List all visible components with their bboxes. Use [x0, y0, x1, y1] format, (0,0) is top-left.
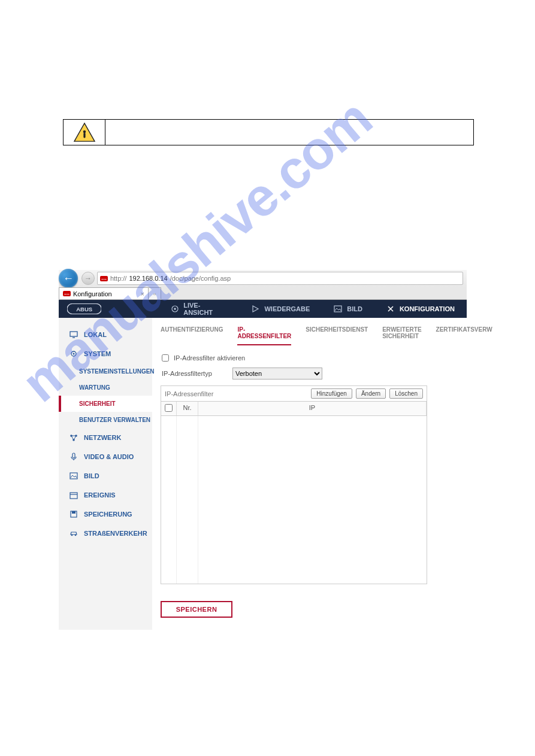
nav-forward-button[interactable]: → — [81, 272, 95, 285]
tab-favicon: –– — [63, 291, 71, 296]
sidebar-item-lokal[interactable]: LOKAL — [59, 325, 152, 344]
site-badge-icon: –– — [100, 276, 108, 281]
warning-icon-cell — [64, 120, 105, 145]
url-bar[interactable]: –– http://192.168.0.14/doc/page/config.a… — [97, 272, 463, 285]
select-filter-type[interactable]: Verboten — [232, 368, 322, 379]
new-tab-button[interactable]: ▫ — [148, 287, 161, 299]
row-enable-filter: IP-Adressfilter aktivieren — [161, 354, 492, 362]
sidebar-sub-wartung[interactable]: WARTUNG — [59, 379, 152, 396]
sidebar-item-bild[interactable]: BILD — [59, 466, 152, 485]
col-nr-header: Nr. — [177, 402, 198, 415]
col-ip-header: IP — [198, 402, 427, 415]
sidebar-sub-systemeinstellungen[interactable]: SYSTEMEINSTELLUNGEN — [59, 363, 152, 379]
col-checkbox-body — [161, 416, 177, 584]
svg-text:ABUS: ABUS — [76, 306, 92, 312]
ip-filter-panel: IP-Adressenfilter Hinzufügen Ändern Lösc… — [161, 385, 427, 584]
subtabs: AUTHENTIFIZIERUNG IP-ADRESSENFILTER SICH… — [161, 326, 492, 346]
gear-icon — [69, 350, 78, 358]
save-icon — [69, 510, 78, 518]
network-icon — [69, 433, 78, 442]
sidebar-item-ereignis[interactable]: EREIGNIS — [59, 485, 152, 505]
nav-bild[interactable]: BILD — [322, 300, 374, 318]
sidebar-item-system[interactable]: SYSTEM — [59, 344, 152, 363]
sidebar-label: EREIGNIS — [84, 491, 116, 499]
sidebar-label: STRAßENVERKEHR — [84, 530, 147, 537]
warning-box — [63, 119, 474, 145]
delete-button[interactable]: Löschen — [389, 388, 423, 399]
monitor-icon — [69, 330, 78, 339]
nav-wiedergabe[interactable]: WIEDERGABE — [239, 300, 322, 318]
nav-label: BILD — [347, 305, 362, 312]
svg-point-1 — [83, 130, 86, 133]
label-enable-filter: IP-Adressfilter aktivieren — [174, 354, 245, 362]
arrow-left-icon: ← — [63, 272, 74, 285]
app-body: LOKAL SYSTEM SYSTEMEINSTELLUNGEN WARTUNG… — [59, 318, 467, 630]
nav-label: WIEDERGABE — [264, 305, 310, 312]
arrow-right-icon: → — [84, 274, 92, 283]
ip-panel-title: IP-Adressenfilter — [165, 390, 307, 397]
mic-icon — [69, 453, 78, 461]
checkbox-enable-filter[interactable] — [162, 354, 169, 362]
calendar-icon — [69, 491, 78, 499]
car-icon — [69, 529, 78, 538]
svg-rect-16 — [72, 453, 75, 458]
content-area: AUTHENTIFIZIERUNG IP-ADRESSENFILTER SICH… — [152, 318, 492, 630]
row-filter-type: IP-Adressfiltertyp Verboten — [161, 368, 492, 379]
edit-button[interactable]: Ändern — [356, 388, 386, 399]
sidebar-label: SYSTEM — [84, 350, 111, 357]
sidebar-sub-benutzer-verwalten[interactable]: BENUTZER VERWALTEN — [59, 412, 152, 428]
subtab-sicherheitsdienst[interactable]: SICHERHEITSDIENST — [306, 326, 368, 345]
label-filter-type: IP-Adressfiltertyp — [162, 370, 228, 377]
svg-rect-18 — [70, 473, 77, 479]
url-host: 192.168.0.14 — [129, 275, 167, 282]
svg-rect-9 — [70, 332, 77, 336]
sidebar-sub-sicherheit[interactable]: SICHERHEIT — [59, 396, 152, 412]
tab-title: Konfiguration — [73, 290, 112, 297]
sidebar-label: LOKAL — [84, 331, 107, 338]
svg-point-23 — [71, 535, 73, 536]
picture-icon — [69, 472, 78, 480]
tab-strip: –– Konfiguration × ▫ — [59, 287, 467, 300]
sidebar-label: VIDEO & AUDIO — [84, 453, 134, 460]
nav-live-ansicht[interactable]: LIVE-ANSICHT — [159, 300, 240, 318]
browser-frame: ← → –– http://192.168.0.14/doc/page/conf… — [59, 270, 467, 630]
subtab-erweiterte-sicherheit[interactable]: ERWEITERTE SICHERHEIT — [382, 326, 421, 345]
url-path: /doc/page/config.asp — [170, 275, 231, 282]
browser-toolbar: ← → –– http://192.168.0.14/doc/page/conf… — [59, 270, 467, 287]
eye-icon — [171, 305, 179, 313]
nav-label: LIVE-ANSICHT — [183, 302, 227, 316]
nav-label: KONFIGURATION — [400, 305, 455, 312]
abus-logo: ABUS — [67, 303, 101, 314]
svg-rect-19 — [70, 493, 77, 499]
ip-table-body — [161, 416, 427, 584]
subtab-zertifikatsverw[interactable]: ZERTIFIKATSVERW — [436, 326, 492, 345]
sidebar-label: BILD — [84, 472, 99, 479]
sidebar-item-strassenverkehr[interactable]: STRAßENVERKEHR — [59, 524, 152, 543]
tab-close-icon[interactable]: × — [141, 290, 144, 297]
svg-point-6 — [174, 308, 176, 310]
svg-point-24 — [75, 535, 77, 536]
sidebar-item-speicherung[interactable]: SPEICHERUNG — [59, 505, 152, 524]
ip-column-headers: Nr. IP — [161, 401, 427, 416]
svg-rect-8 — [334, 306, 341, 312]
browser-tab[interactable]: –– Konfiguration × — [59, 287, 149, 299]
sidebar-item-netzwerk[interactable]: NETZWERK — [59, 428, 152, 447]
app-container: ABUS LIVE-ANSICHT WIEDERGABE BILD KONFIG… — [59, 300, 467, 630]
svg-rect-2 — [83, 133, 85, 138]
warning-content — [105, 120, 473, 145]
ip-panel-header: IP-Adressenfilter Hinzufügen Ändern Lösc… — [161, 386, 427, 401]
add-button[interactable]: Hinzufügen — [311, 388, 352, 399]
page-icon: ▫ — [153, 290, 156, 297]
checkbox-select-all[interactable] — [165, 404, 173, 412]
svg-point-12 — [73, 353, 75, 355]
col-checkbox-header — [161, 402, 177, 415]
nav-back-button[interactable]: ← — [59, 269, 78, 288]
url-prefix: http:// — [110, 275, 127, 282]
col-ip-body — [198, 416, 427, 584]
subtab-authentifizierung[interactable]: AUTHENTIFIZIERUNG — [161, 326, 223, 345]
save-button[interactable]: SPEICHERN — [161, 601, 232, 618]
nav-konfiguration[interactable]: KONFIGURATION — [374, 300, 467, 318]
subtab-ip-adressenfilter[interactable]: IP-ADRESSENFILTER — [237, 326, 291, 345]
sidebar-item-video-audio[interactable]: VIDEO & AUDIO — [59, 447, 152, 466]
sidebar-label: SPEICHERUNG — [84, 511, 132, 518]
